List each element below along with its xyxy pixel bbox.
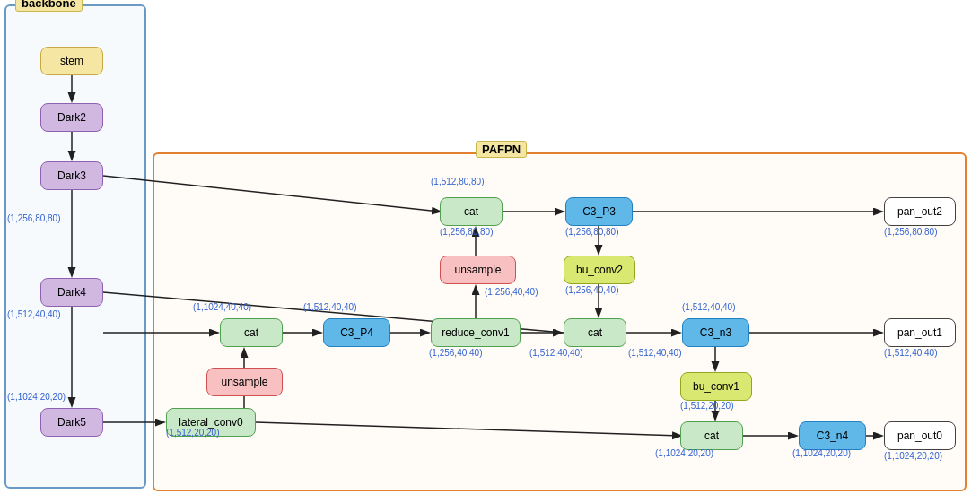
- diagram-container: backbone PAFPN: [0, 0, 980, 503]
- dim-c3p3-out: (1,256,80,80): [565, 227, 619, 237]
- c3p4-node: C3_P4: [323, 318, 390, 347]
- cat-bot-right-node: cat: [680, 421, 743, 450]
- bu-conv2-node: bu_conv2: [564, 256, 635, 284]
- unsample-bot-node: unsample: [206, 368, 283, 396]
- dim-bu-conv1-out: (1,512,20,20): [680, 401, 734, 411]
- dim-c3n3-out: (1,512,40,40): [682, 302, 736, 312]
- c3n3-node: C3_n3: [682, 318, 749, 347]
- cat-mid-node: cat: [220, 318, 283, 347]
- dark5-node: Dark5: [40, 408, 103, 437]
- dim-cat-top-in: (1,512,80,80): [431, 177, 485, 186]
- pafpn-label: PAFPN: [476, 141, 527, 158]
- dim-cat-top-out: (1,256,80,80): [440, 227, 494, 237]
- unsample-top-node: unsample: [440, 256, 516, 284]
- dim-cat-right-mid-in: (1,512,40,40): [529, 348, 583, 358]
- dark3-node: Dark3: [40, 161, 103, 190]
- dim-dark4-out: (1,512,40,40): [7, 309, 61, 319]
- dim-pan-out1: (1,512,40,40): [884, 348, 938, 358]
- pan-out1-node: pan_out1: [884, 318, 956, 347]
- c3p3-node: C3_P3: [565, 197, 633, 226]
- dim-c3n4-out: (1,1024,20,20): [792, 448, 851, 458]
- backbone-label: backbone: [15, 0, 83, 12]
- stem-node: stem: [40, 47, 103, 75]
- dark4-node: Dark4: [40, 278, 103, 307]
- dim-pan-out0: (1,1024,20,20): [884, 451, 942, 461]
- dim-cat-bot-in: (1,1024,20,20): [655, 448, 713, 458]
- pan-out2-node: pan_out2: [884, 197, 956, 226]
- dim-dark5-out: (1,1024,20,20): [7, 392, 66, 402]
- dim-unsample-top-out: (1,256,40,40): [485, 287, 538, 297]
- dim-bu-conv2-out: (1,256,40,40): [565, 285, 619, 295]
- dim-cat-mid-in: (1,1024,40,40): [193, 302, 251, 312]
- pan-out0-node: pan_out0: [884, 421, 956, 450]
- dim-dark3-out: (1,256,80,80): [7, 213, 61, 223]
- dim-cat-right-mid-out: (1,512,40,40): [628, 348, 682, 358]
- reduce-conv1-node: reduce_conv1: [431, 318, 521, 347]
- dim-pan-out2: (1,256,80,80): [884, 227, 938, 237]
- dark2-node: Dark2: [40, 103, 103, 132]
- cat-top-node: cat: [440, 197, 503, 226]
- bu-conv1-node: bu_conv1: [680, 372, 752, 401]
- c3n4-node: C3_n4: [799, 421, 866, 450]
- dim-reduce-out: (1,256,40,40): [429, 348, 483, 358]
- dim-c3p4-in: (1,512,40,40): [303, 302, 357, 312]
- cat-right-mid-node: cat: [564, 318, 626, 347]
- dim-lateral-out: (1,512,20,20): [166, 428, 220, 438]
